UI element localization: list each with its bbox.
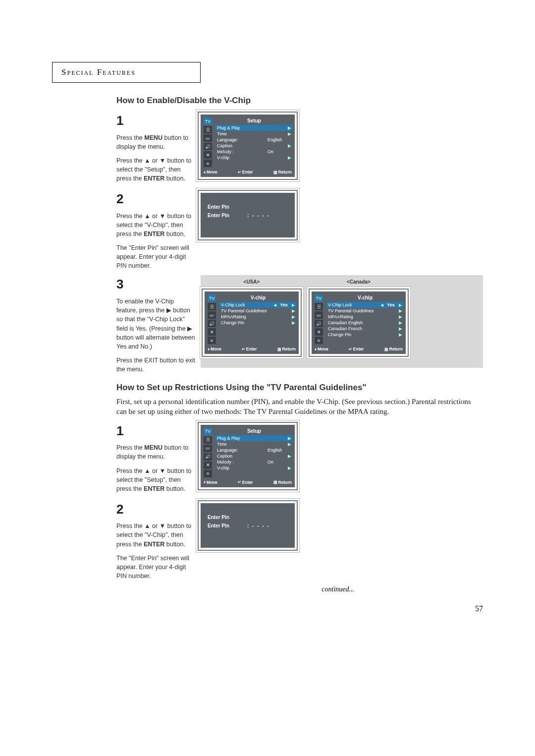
enter-icon: ↵: [242, 347, 245, 351]
osd-item-language[interactable]: Language:English: [215, 137, 293, 143]
chevron-right-icon: ▶: [398, 303, 402, 307]
step-para: Press the ▲ or ▼ button to select the "V…: [116, 212, 196, 238]
chevron-right-icon: ▶: [397, 326, 402, 331]
osd-item-vchip[interactable]: V-chip▶: [215, 155, 293, 161]
step-number: 2: [116, 190, 196, 209]
section1-step1: 1 Press the MENU button to display the m…: [52, 112, 483, 185]
osd-vchip-usa: TV ☰ ▭ 🔊 ✕ ≡ V-chip V-Chip Lock ◀: [205, 291, 299, 354]
updown-icon: ♦: [315, 347, 317, 351]
osd-footer: ♦Move ↵Enter ▥Return: [207, 345, 297, 352]
osd-item-mpaa[interactable]: MPAARating▶: [219, 314, 297, 320]
osd-item-vchip-lock[interactable]: V-Chip Lock ◀ Yes ▶: [326, 302, 404, 308]
section-header-box: Special Features: [52, 62, 201, 83]
sound-icon: 🔊: [208, 320, 216, 327]
osd-sidebar: TV ☰ ▭ 🔊 ✕ ≡: [314, 293, 324, 345]
sound-icon: 🔊: [315, 320, 323, 327]
pin-value[interactable]: : - - - -: [247, 523, 270, 528]
osd-sidebar: TV ☰ ▭ 🔊 ✕ ≡: [207, 293, 217, 345]
chevron-right-icon: ▶: [286, 131, 291, 136]
return-icon: ▥: [273, 480, 277, 484]
step-text: 1 Press the MENU button to display the m…: [52, 422, 196, 493]
step-text: 2 Press the ▲ or ▼ button to select the …: [52, 190, 196, 270]
tv-icon: TV: [204, 117, 212, 125]
osd-item-tv-guidelines[interactable]: TV Parental Guidelines▶: [219, 308, 297, 314]
osd-item-time[interactable]: Time▶: [215, 441, 293, 447]
osd-sidebar: TV ☰ ▭ 🔊 ✕ ≡: [203, 427, 214, 478]
tv-icon: TV: [204, 428, 212, 435]
section1-step3: 3 To enable the V-Chip feature, press th…: [52, 275, 483, 374]
osd-item-melody[interactable]: Melody :On: [215, 149, 293, 155]
osd-item-mpaa[interactable]: MPAARating▶: [326, 314, 404, 320]
osd-footer: ♦Move ↵Enter ▥Return: [314, 345, 404, 352]
step-para: Press the MENU button to display the men…: [116, 443, 196, 461]
chevron-right-icon: ▶: [397, 320, 402, 325]
chevron-right-icon: ▶: [397, 314, 402, 319]
chevron-right-icon: ▶: [397, 308, 402, 313]
step-number: 1: [116, 112, 196, 130]
step-para: Press the ▲ or ▼ button to select the "S…: [116, 466, 196, 493]
osd-vchip-canada: TV ☰ ▭ 🔊 ✕ ≡ V-chip V-Chip Lock ◀: [312, 291, 406, 354]
osd-item-can-english[interactable]: Canadian English▶: [326, 320, 404, 326]
osd-item-change-pin[interactable]: Change Pin▶: [219, 320, 297, 326]
osd-item-can-french[interactable]: Canadian French▶: [326, 326, 404, 332]
osd-enter-pin: Enter Pin Enter Pin: - - - -: [201, 503, 295, 548]
channel-icon: ✕: [204, 462, 212, 469]
osd-item-change-pin[interactable]: Change Pin▶: [326, 332, 404, 338]
step-para: The "Enter Pin" screen will appear. Ente…: [116, 554, 196, 581]
osd-item-tv-guidelines[interactable]: TV Parental Guidelines▶: [326, 308, 404, 314]
osd-title: Setup: [215, 116, 293, 125]
osd-item-caption[interactable]: Caption▶: [215, 143, 293, 149]
osd-title: V-chip: [219, 293, 297, 302]
region-usa: <USA> TV ☰ ▭ 🔊 ✕ ≡ V-chip: [205, 278, 299, 362]
section2-title: How to Set up Restrictions Using the "TV…: [116, 383, 483, 393]
region-wrapper: <USA> TV ☰ ▭ 🔊 ✕ ≡ V-chip: [201, 275, 483, 368]
tv-icon: TV: [208, 294, 216, 302]
input-icon: ☰: [204, 126, 212, 133]
osd-item-melody[interactable]: Melody :On: [215, 459, 293, 465]
osd-item-vchip-lock[interactable]: V-Chip Lock ◀ Yes ▶: [219, 302, 297, 308]
step-number: 2: [116, 500, 196, 519]
osd-item-caption[interactable]: Caption▶: [215, 453, 293, 459]
region-label-usa: <USA>: [242, 278, 262, 286]
continued-marker: continued...: [116, 585, 354, 593]
osd-item-vchip[interactable]: V-chip▶: [215, 465, 293, 471]
osd-footer: ♦Move ↵Enter ▥Return: [203, 168, 293, 175]
chevron-right-icon: ▶: [286, 454, 291, 459]
input-icon: ☰: [204, 436, 212, 444]
picture-icon: ▭: [204, 445, 212, 452]
step-para: The "Enter Pin" screen will appear. Ente…: [116, 243, 196, 270]
section2-step1: 1 Press the MENU button to display the m…: [52, 422, 483, 495]
step-para: To enable the V-Chip feature, press the …: [116, 297, 196, 351]
step-number: 3: [116, 275, 196, 294]
section-header-title: Special Features: [61, 67, 191, 77]
region-label-canada: <Canada>: [345, 278, 373, 286]
chevron-right-icon: ▶: [397, 332, 402, 337]
osd-footer: ♦Move ↵Enter ▥Return: [203, 478, 293, 485]
picture-icon: ▭: [208, 311, 216, 319]
osd-item-plug-play[interactable]: Plug & Play▶: [215, 125, 293, 131]
chevron-right-icon: ▶: [290, 314, 295, 319]
chevron-right-icon: ▶: [290, 320, 295, 325]
enter-icon: ↵: [238, 170, 241, 174]
updown-icon: ♦: [204, 170, 206, 174]
chevron-right-icon: ▶: [291, 303, 295, 307]
chevron-right-icon: ▶: [290, 308, 295, 313]
step-para: Press the EXIT button to exit the menu.: [116, 356, 196, 374]
osd-title: V-chip: [326, 293, 404, 302]
osd-item-time[interactable]: Time▶: [215, 131, 293, 137]
section2-lead: First, set up a personal identification …: [116, 397, 483, 417]
updown-icon: ♦: [204, 480, 206, 484]
section1-title: How to Enable/Disable the V-Chip: [116, 96, 483, 106]
chevron-right-icon: ▶: [286, 436, 291, 441]
pin-value[interactable]: : - - - -: [247, 213, 270, 218]
osd-item-language[interactable]: Language:English: [215, 447, 293, 453]
osd-item-plug-play[interactable]: Plug & Play▶: [215, 435, 293, 441]
enter-icon: ↵: [238, 480, 241, 484]
osd-setup-menu: TV ☰ ▭ 🔊 ✕ ≡ Setup Plug & Play▶ Time▶ La…: [201, 425, 295, 487]
page-number: 57: [475, 604, 483, 613]
chevron-right-icon: ▶: [286, 125, 291, 130]
picture-icon: ▭: [204, 134, 212, 142]
step-number: 1: [116, 422, 196, 441]
step-para: Press the ▲ or ▼ button to select the "V…: [116, 522, 196, 548]
manual-page: Special Features How to Enable/Disable t…: [52, 62, 483, 593]
